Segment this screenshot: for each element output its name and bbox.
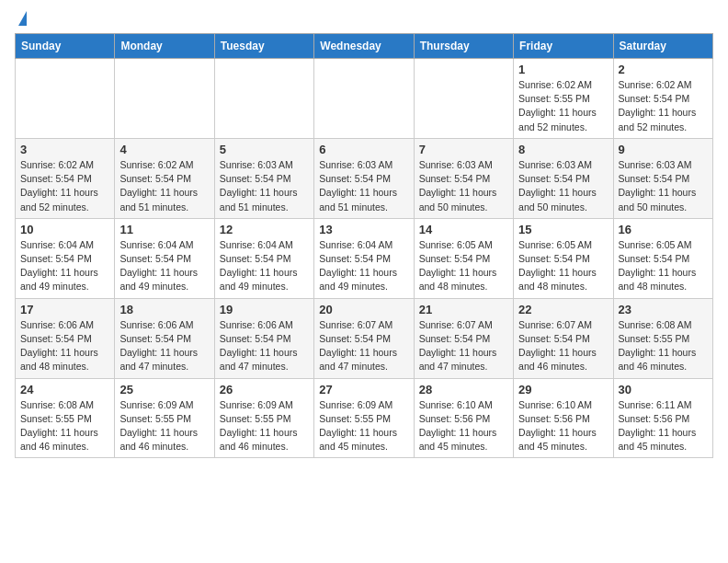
day-info: Sunrise: 6:08 AMSunset: 5:55 PMDaylight:… [619, 318, 708, 374]
day-number: 3 [20, 143, 109, 156]
day-info: Sunrise: 6:04 AMSunset: 5:54 PMDaylight:… [220, 238, 309, 294]
calendar-week-5: 24Sunrise: 6:08 AMSunset: 5:55 PMDayligh… [16, 378, 713, 458]
day-number: 18 [119, 303, 209, 316]
calendar-cell: 20Sunrise: 6:07 AMSunset: 5:54 PMDayligh… [314, 298, 414, 378]
calendar-cell: 26Sunrise: 6:09 AMSunset: 5:55 PMDayligh… [214, 378, 313, 458]
day-number: 12 [220, 223, 309, 236]
calendar-cell [115, 59, 214, 139]
calendar-cell: 3Sunrise: 6:02 AMSunset: 5:54 PMDaylight… [16, 138, 115, 218]
day-number: 30 [619, 383, 708, 396]
calendar-cell: 29Sunrise: 6:10 AMSunset: 5:56 PMDayligh… [514, 378, 613, 458]
day-number: 24 [20, 383, 109, 396]
calendar-cell: 1Sunrise: 6:02 AMSunset: 5:55 PMDaylight… [514, 59, 613, 139]
calendar-cell: 8Sunrise: 6:03 AMSunset: 5:54 PMDaylight… [514, 138, 613, 218]
day-info: Sunrise: 6:10 AMSunset: 5:56 PMDaylight:… [518, 398, 608, 454]
day-number: 9 [619, 143, 708, 156]
day-info: Sunrise: 6:09 AMSunset: 5:55 PMDaylight:… [319, 398, 408, 454]
calendar-cell [16, 59, 115, 139]
header-wednesday: Wednesday [314, 34, 414, 59]
day-info: Sunrise: 6:05 AMSunset: 5:54 PMDaylight:… [619, 238, 708, 294]
day-number: 23 [619, 303, 708, 316]
day-info: Sunrise: 6:07 AMSunset: 5:54 PMDaylight:… [518, 318, 608, 374]
logo [15, 15, 27, 22]
day-number: 13 [319, 223, 408, 236]
calendar-cell: 16Sunrise: 6:05 AMSunset: 5:54 PMDayligh… [613, 218, 712, 298]
day-info: Sunrise: 6:06 AMSunset: 5:54 PMDaylight:… [119, 318, 209, 374]
day-info: Sunrise: 6:03 AMSunset: 5:54 PMDaylight:… [319, 158, 408, 214]
day-info: Sunrise: 6:07 AMSunset: 5:54 PMDaylight:… [419, 318, 508, 374]
day-info: Sunrise: 6:02 AMSunset: 5:54 PMDaylight:… [619, 78, 708, 134]
day-number: 4 [119, 143, 209, 156]
header-sunday: Sunday [16, 34, 115, 59]
day-number: 10 [20, 223, 109, 236]
day-number: 7 [419, 143, 508, 156]
calendar-week-2: 3Sunrise: 6:02 AMSunset: 5:54 PMDaylight… [16, 138, 713, 218]
calendar-header-row: SundayMondayTuesdayWednesdayThursdayFrid… [16, 34, 713, 59]
day-info: Sunrise: 6:02 AMSunset: 5:54 PMDaylight:… [20, 158, 109, 214]
header-thursday: Thursday [414, 34, 513, 59]
calendar-cell: 23Sunrise: 6:08 AMSunset: 5:55 PMDayligh… [613, 298, 712, 378]
calendar-cell: 7Sunrise: 6:03 AMSunset: 5:54 PMDaylight… [414, 138, 513, 218]
page-header [15, 15, 713, 22]
day-number: 15 [518, 223, 608, 236]
header-friday: Friday [514, 34, 613, 59]
day-number: 1 [518, 63, 608, 76]
day-info: Sunrise: 6:07 AMSunset: 5:54 PMDaylight:… [319, 318, 408, 374]
calendar-cell: 10Sunrise: 6:04 AMSunset: 5:54 PMDayligh… [16, 218, 115, 298]
calendar-cell: 24Sunrise: 6:08 AMSunset: 5:55 PMDayligh… [16, 378, 115, 458]
day-info: Sunrise: 6:10 AMSunset: 5:56 PMDaylight:… [419, 398, 508, 454]
calendar-week-3: 10Sunrise: 6:04 AMSunset: 5:54 PMDayligh… [16, 218, 713, 298]
calendar-cell: 11Sunrise: 6:04 AMSunset: 5:54 PMDayligh… [115, 218, 214, 298]
calendar-cell: 17Sunrise: 6:06 AMSunset: 5:54 PMDayligh… [16, 298, 115, 378]
calendar-cell: 25Sunrise: 6:09 AMSunset: 5:55 PMDayligh… [115, 378, 214, 458]
calendar-cell [214, 59, 313, 139]
day-info: Sunrise: 6:03 AMSunset: 5:54 PMDaylight:… [419, 158, 508, 214]
calendar-cell: 2Sunrise: 6:02 AMSunset: 5:54 PMDaylight… [613, 59, 712, 139]
day-info: Sunrise: 6:09 AMSunset: 5:55 PMDaylight:… [119, 398, 209, 454]
calendar-cell: 28Sunrise: 6:10 AMSunset: 5:56 PMDayligh… [414, 378, 513, 458]
day-info: Sunrise: 6:08 AMSunset: 5:55 PMDaylight:… [20, 398, 109, 454]
day-info: Sunrise: 6:05 AMSunset: 5:54 PMDaylight:… [419, 238, 508, 294]
day-number: 11 [119, 223, 209, 236]
day-number: 28 [419, 383, 508, 396]
calendar-week-4: 17Sunrise: 6:06 AMSunset: 5:54 PMDayligh… [16, 298, 713, 378]
day-info: Sunrise: 6:03 AMSunset: 5:54 PMDaylight:… [220, 158, 309, 214]
header-tuesday: Tuesday [214, 34, 313, 59]
day-info: Sunrise: 6:04 AMSunset: 5:54 PMDaylight:… [119, 238, 209, 294]
calendar-cell: 27Sunrise: 6:09 AMSunset: 5:55 PMDayligh… [314, 378, 414, 458]
day-info: Sunrise: 6:09 AMSunset: 5:55 PMDaylight:… [220, 398, 309, 454]
calendar-cell: 21Sunrise: 6:07 AMSunset: 5:54 PMDayligh… [414, 298, 513, 378]
calendar-cell: 15Sunrise: 6:05 AMSunset: 5:54 PMDayligh… [514, 218, 613, 298]
day-info: Sunrise: 6:03 AMSunset: 5:54 PMDaylight:… [619, 158, 708, 214]
calendar-cell: 18Sunrise: 6:06 AMSunset: 5:54 PMDayligh… [115, 298, 214, 378]
calendar-cell: 4Sunrise: 6:02 AMSunset: 5:54 PMDaylight… [115, 138, 214, 218]
day-number: 2 [619, 63, 708, 76]
calendar-cell: 6Sunrise: 6:03 AMSunset: 5:54 PMDaylight… [314, 138, 414, 218]
day-info: Sunrise: 6:04 AMSunset: 5:54 PMDaylight:… [319, 238, 408, 294]
calendar-cell: 19Sunrise: 6:06 AMSunset: 5:54 PMDayligh… [214, 298, 313, 378]
calendar-cell: 22Sunrise: 6:07 AMSunset: 5:54 PMDayligh… [514, 298, 613, 378]
day-number: 5 [220, 143, 309, 156]
day-number: 25 [119, 383, 209, 396]
day-info: Sunrise: 6:06 AMSunset: 5:54 PMDaylight:… [220, 318, 309, 374]
header-monday: Monday [115, 34, 214, 59]
day-info: Sunrise: 6:06 AMSunset: 5:54 PMDaylight:… [20, 318, 109, 374]
calendar-cell: 9Sunrise: 6:03 AMSunset: 5:54 PMDaylight… [613, 138, 712, 218]
calendar-cell: 14Sunrise: 6:05 AMSunset: 5:54 PMDayligh… [414, 218, 513, 298]
day-number: 16 [619, 223, 708, 236]
day-info: Sunrise: 6:02 AMSunset: 5:55 PMDaylight:… [518, 78, 608, 134]
calendar-week-1: 1Sunrise: 6:02 AMSunset: 5:55 PMDaylight… [16, 59, 713, 139]
calendar-cell: 30Sunrise: 6:11 AMSunset: 5:56 PMDayligh… [613, 378, 712, 458]
day-number: 6 [319, 143, 408, 156]
day-number: 17 [20, 303, 109, 316]
calendar-cell: 12Sunrise: 6:04 AMSunset: 5:54 PMDayligh… [214, 218, 313, 298]
calendar-table: SundayMondayTuesdayWednesdayThursdayFrid… [15, 33, 713, 458]
day-number: 26 [220, 383, 309, 396]
calendar-cell: 13Sunrise: 6:04 AMSunset: 5:54 PMDayligh… [314, 218, 414, 298]
day-info: Sunrise: 6:04 AMSunset: 5:54 PMDaylight:… [20, 238, 109, 294]
day-info: Sunrise: 6:02 AMSunset: 5:54 PMDaylight:… [119, 158, 209, 214]
calendar-cell: 5Sunrise: 6:03 AMSunset: 5:54 PMDaylight… [214, 138, 313, 218]
day-number: 21 [419, 303, 508, 316]
calendar-cell [314, 59, 414, 139]
day-number: 22 [518, 303, 608, 316]
